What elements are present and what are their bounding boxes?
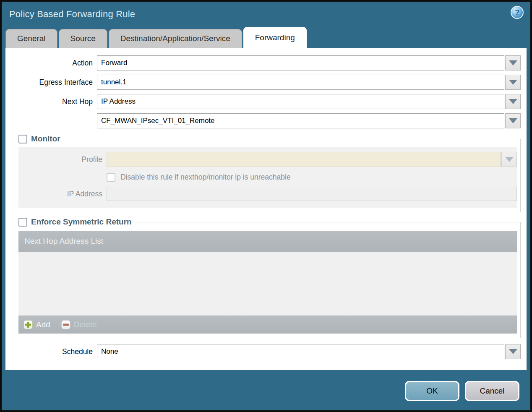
profile-input[interactable] bbox=[107, 152, 501, 167]
plus-icon bbox=[23, 320, 33, 329]
policy-based-forwarding-dialog: Policy Based Forwarding Rule ? General S… bbox=[0, 0, 532, 412]
dialog-title: Policy Based Forwarding Rule bbox=[9, 9, 135, 20]
tab-bar: General Source Destination/Application/S… bbox=[2, 27, 530, 48]
next-hop-type-dropdown-button[interactable] bbox=[505, 94, 521, 109]
egress-interface-combo bbox=[97, 75, 521, 90]
next-hop-address-list-header: Next Hop Address List bbox=[18, 231, 517, 252]
egress-interface-label: Egress Interface bbox=[9, 78, 93, 87]
help-icon[interactable]: ? bbox=[511, 6, 524, 19]
next-hop-address-list-body bbox=[18, 252, 517, 316]
next-hop-address-list-toolbar: Add Delete bbox=[18, 316, 517, 334]
schedule-combo bbox=[97, 344, 521, 359]
next-hop-address-input[interactable] bbox=[97, 113, 504, 128]
next-hop-label: Next Hop bbox=[9, 97, 93, 106]
action-dropdown-button[interactable] bbox=[505, 55, 521, 70]
monitor-section: Monitor Profile Disable this rule if nex… bbox=[15, 134, 521, 212]
tab-forwarding[interactable]: Forwarding bbox=[243, 27, 307, 48]
monitor-body: Profile Disable this rule if nexthop/mon… bbox=[18, 147, 517, 208]
tab-source[interactable]: Source bbox=[59, 29, 107, 48]
profile-row: Profile bbox=[18, 152, 517, 167]
next-hop-type-combo bbox=[97, 94, 521, 109]
delete-button-label: Delete bbox=[74, 320, 97, 329]
monitor-checkbox[interactable] bbox=[18, 135, 27, 143]
minus-icon bbox=[61, 320, 70, 329]
chevron-down-icon bbox=[505, 157, 514, 162]
profile-combo bbox=[107, 152, 517, 167]
tab-general[interactable]: General bbox=[5, 29, 57, 48]
next-hop-address-dropdown-button[interactable] bbox=[505, 113, 521, 128]
enforce-symmetric-return-checkbox[interactable] bbox=[18, 218, 27, 227]
disable-rule-label: Disable this rule if nexthop/monitor ip … bbox=[120, 173, 291, 182]
add-button[interactable]: Add bbox=[23, 320, 50, 329]
chevron-down-icon bbox=[509, 99, 517, 104]
enforce-symmetric-return-section: Enforce Symmetric Return Next Hop Addres… bbox=[15, 217, 521, 338]
schedule-input[interactable] bbox=[97, 344, 504, 359]
monitor-ip-address-row: IP Address bbox=[18, 187, 517, 201]
tab-destination-application-service[interactable]: Destination/Application/Service bbox=[109, 29, 242, 48]
schedule-dropdown-button[interactable] bbox=[505, 344, 521, 359]
next-hop-row: Next Hop bbox=[9, 94, 521, 109]
disable-rule-row: Disable this rule if nexthop/monitor ip … bbox=[107, 173, 517, 182]
symmetric-return-legend-row: Enforce Symmetric Return bbox=[18, 217, 135, 227]
action-label: Action bbox=[9, 59, 93, 68]
add-button-label: Add bbox=[36, 320, 50, 329]
chevron-down-icon bbox=[509, 349, 517, 354]
dialog-footer: OK Cancel bbox=[405, 381, 519, 401]
monitor-legend-row: Monitor bbox=[18, 134, 64, 143]
symmetric-return-legend-label: Enforce Symmetric Return bbox=[31, 217, 132, 227]
chevron-down-icon bbox=[509, 80, 517, 85]
cancel-button[interactable]: Cancel bbox=[465, 381, 519, 401]
next-hop-address-combo bbox=[97, 113, 521, 128]
profile-dropdown-button[interactable] bbox=[501, 152, 517, 167]
action-input[interactable] bbox=[97, 55, 504, 70]
monitor-ip-address-label: IP Address bbox=[18, 190, 102, 198]
monitor-legend-label: Monitor bbox=[31, 134, 60, 143]
monitor-ip-address-input[interactable] bbox=[107, 187, 517, 201]
egress-interface-dropdown-button[interactable] bbox=[505, 75, 521, 90]
next-hop-address-row bbox=[9, 113, 521, 128]
next-hop-type-input[interactable] bbox=[97, 94, 504, 109]
chevron-down-icon bbox=[509, 60, 517, 65]
delete-button[interactable]: Delete bbox=[61, 320, 97, 329]
egress-interface-input[interactable] bbox=[97, 75, 504, 90]
action-combo bbox=[97, 55, 521, 70]
titlebar: Policy Based Forwarding Rule ? bbox=[2, 2, 530, 27]
disable-rule-checkbox[interactable] bbox=[107, 173, 115, 182]
forwarding-tab-panel: Action Egress Interface Next Hop bbox=[5, 48, 527, 370]
schedule-row: Schedule bbox=[9, 344, 521, 359]
chevron-down-icon bbox=[509, 118, 517, 123]
profile-label: Profile bbox=[18, 155, 102, 164]
next-hop-address-list-table: Next Hop Address List Add Delete bbox=[18, 231, 517, 334]
action-row: Action bbox=[9, 55, 521, 70]
ok-button[interactable]: OK bbox=[405, 381, 459, 401]
egress-interface-row: Egress Interface bbox=[9, 75, 521, 90]
schedule-label: Schedule bbox=[9, 347, 93, 356]
